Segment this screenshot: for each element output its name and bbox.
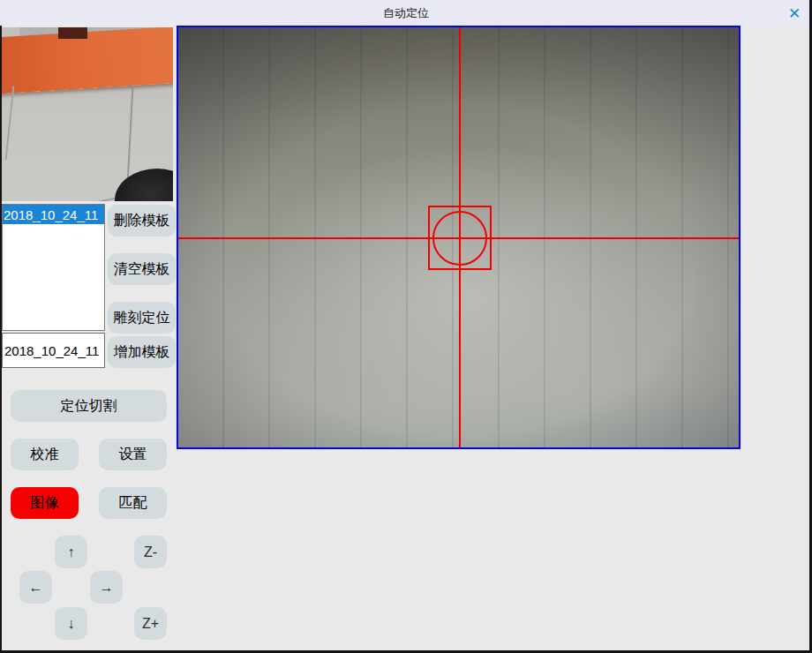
- image-button-active[interactable]: 图像: [11, 487, 79, 519]
- template-thumbnail-image: [2, 27, 173, 201]
- auto-position-dialog: 自动定位 ✕ 2018_10_24_11 删除模板 清空模板 雕刻定位 增加模板…: [0, 0, 812, 653]
- close-icon: ✕: [788, 4, 801, 23]
- arrow-right-icon: →: [100, 580, 114, 596]
- window-border: [0, 26, 2, 653]
- button-label: 增加模板: [114, 343, 170, 362]
- jog-right-button[interactable]: →: [90, 571, 123, 604]
- button-label: 定位切割: [61, 397, 117, 416]
- template-list-item-selected[interactable]: 2018_10_24_11: [3, 205, 104, 224]
- thumbnail-grout-line: [5, 86, 15, 160]
- settings-button[interactable]: 设置: [99, 439, 167, 470]
- button-label: 图像: [31, 494, 59, 513]
- z-minus-button[interactable]: Z-: [134, 536, 167, 568]
- position-cut-button[interactable]: 定位切割: [11, 390, 167, 422]
- arrow-up-icon: ↑: [68, 544, 75, 560]
- titlebar: 自动定位: [0, 0, 812, 26]
- clear-templates-button[interactable]: 清空模板: [108, 253, 176, 285]
- button-label: 匹配: [119, 494, 147, 513]
- calibrate-button[interactable]: 校准: [11, 439, 79, 470]
- button-label: Z-: [144, 544, 157, 560]
- camera-live-view[interactable]: [177, 26, 741, 449]
- delete-template-button[interactable]: 删除模板: [108, 205, 176, 236]
- target-circle-overlay: [432, 211, 487, 266]
- z-plus-button[interactable]: Z+: [134, 607, 167, 640]
- button-label: 雕刻定位: [114, 309, 170, 327]
- button-label: 删除模板: [114, 212, 170, 230]
- jog-down-button[interactable]: ↓: [55, 607, 87, 640]
- button-label: 校准: [31, 446, 59, 464]
- template-list-item-label: 2018_10_24_11: [4, 207, 98, 222]
- button-label: 设置: [119, 446, 147, 464]
- thumbnail-detail: [58, 27, 87, 39]
- window-title: 自动定位: [383, 5, 429, 21]
- close-button[interactable]: ✕: [785, 4, 804, 23]
- thumbnail-dark-object: [115, 169, 173, 201]
- template-list[interactable]: 2018_10_24_11: [2, 204, 105, 331]
- engrave-position-button[interactable]: 雕刻定位: [108, 302, 176, 334]
- arrow-down-icon: ↓: [68, 616, 75, 632]
- button-label: 清空模板: [114, 260, 170, 279]
- arrow-left-icon: ←: [29, 580, 43, 596]
- add-template-button[interactable]: 增加模板: [108, 336, 176, 368]
- thumbnail-orange-beam: [2, 27, 173, 94]
- button-label: Z+: [142, 616, 159, 632]
- template-name-input[interactable]: [2, 333, 105, 368]
- jog-left-button[interactable]: ←: [19, 571, 52, 604]
- jog-up-button[interactable]: ↑: [55, 536, 87, 568]
- match-button[interactable]: 匹配: [99, 487, 167, 519]
